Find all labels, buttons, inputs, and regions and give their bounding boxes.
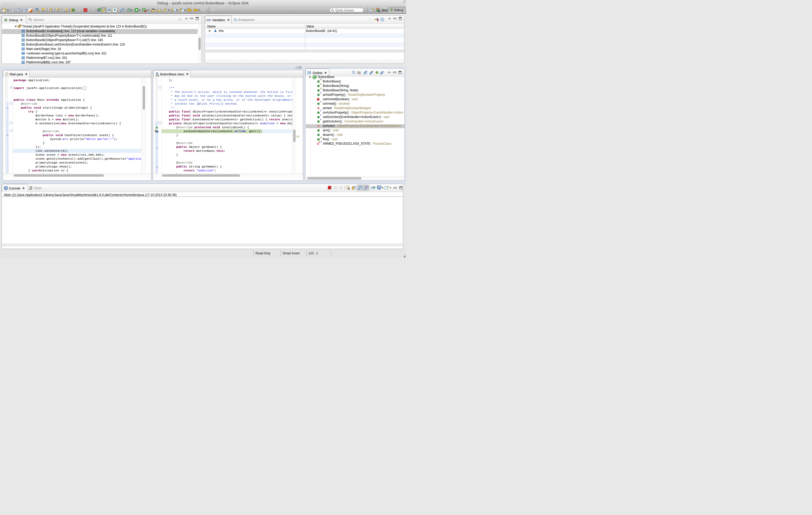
svg-text:010: 010	[156, 74, 159, 76]
svg-text:A: A	[316, 75, 318, 78]
svg-text:C: C	[99, 8, 101, 11]
svg-text:(x)=: (x)=	[206, 19, 211, 22]
svg-text:z: z	[359, 72, 361, 75]
svg-text:J: J	[6, 73, 7, 76]
